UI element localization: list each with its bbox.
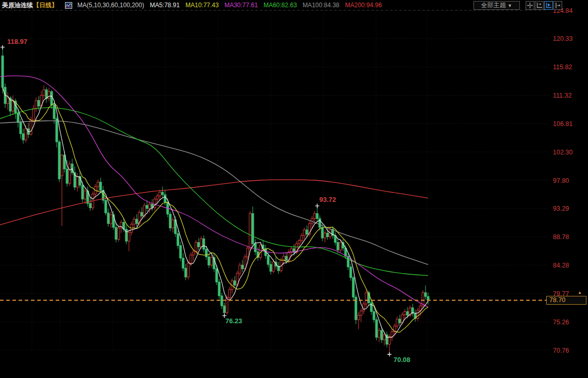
ma200-value: MA200:94.96 [345,2,382,9]
axis-scale-icon[interactable] [535,1,544,10]
last-price-badge: 78.70 [546,296,586,305]
svg-text:97.80: 97.80 [553,177,569,184]
svg-text:115.82: 115.82 [553,64,572,71]
ma60-value: MA60:82.63 [264,2,297,9]
svg-text:102.30: 102.30 [553,149,573,156]
trading-app-window: 124.84120.33115.82111.32106.81102.3097.8… [0,0,588,378]
ma10-value: MA10:77.43 [185,2,219,9]
theme-dropdown-wrap: 全部主题 ▼ [473,1,520,10]
candlestick-chart-canvas[interactable]: 124.84120.33115.82111.32106.81102.3097.8… [0,0,588,378]
svg-text:84.28: 84.28 [553,262,569,269]
play-active-icon[interactable] [544,1,553,10]
ma30-value: MA30:77.61 [224,2,258,9]
ma-params-label: MA(5,10,30,60,100,200) [77,2,144,9]
symbol-title: 美原油连续 [2,1,33,10]
pan-right-icon[interactable] [553,1,562,10]
chart-toolbar [526,1,562,10]
chevron-down-icon: ▼ [508,3,512,8]
svg-text:93.29: 93.29 [553,205,569,212]
svg-text:70.08: 70.08 [394,356,411,364]
period-tag: 【日线】 [33,1,58,10]
price-up-arrow-icon: ▲ [578,290,582,295]
svg-text:70.76: 70.76 [553,347,569,354]
svg-text:93.72: 93.72 [319,196,336,203]
svg-text:118.97: 118.97 [7,38,27,45]
svg-text:75.26: 75.26 [553,319,569,326]
svg-text:76.23: 76.23 [225,317,242,325]
ma5-value: MA5:78.91 [150,2,179,9]
ma100-value: MA100:84.38 [303,2,339,9]
theme-dropdown-button[interactable]: 全部主题 ▼ [473,1,520,10]
svg-text:88.78: 88.78 [553,233,569,241]
svg-text:120.33: 120.33 [553,35,573,42]
svg-text:106.81: 106.81 [553,120,573,128]
svg-text:111.32: 111.32 [553,92,571,99]
crosshair-icon[interactable] [526,1,534,10]
mini-chart-icon [65,2,72,9]
